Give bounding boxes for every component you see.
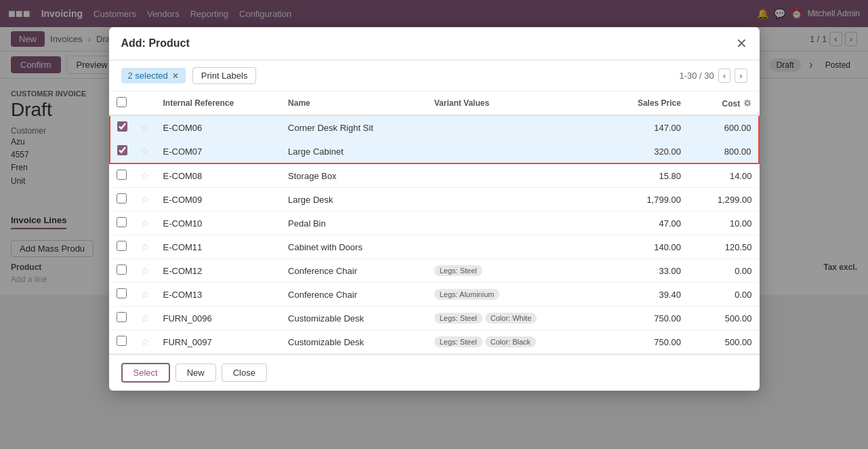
row-checkbox-cell bbox=[110, 235, 134, 259]
table-row[interactable]: ☆ E-COM13 Conference Chair Legs: Alumini… bbox=[110, 283, 759, 307]
row-star-cell: ☆ bbox=[134, 330, 157, 354]
row-cost: 500.00 bbox=[688, 330, 759, 354]
table-row[interactable]: ☆ FURN_0097 Customizable Desk Legs: Stee… bbox=[110, 330, 759, 354]
row-checkbox[interactable] bbox=[117, 265, 127, 275]
close-modal-button[interactable]: Close bbox=[222, 364, 267, 382]
star-icon[interactable]: ☆ bbox=[141, 241, 150, 252]
modal-close-button[interactable]: ✕ bbox=[736, 37, 747, 50]
row-variants: Legs: SteelColor: Black bbox=[428, 330, 604, 354]
row-internal-ref: E-COM06 bbox=[157, 115, 282, 140]
variant-tag: Legs: Aluminium bbox=[434, 289, 500, 300]
table-row[interactable]: ☆ E-COM11 Cabinet with Doors 140.00 120.… bbox=[110, 235, 759, 259]
selected-badge: 2 selected ✕ bbox=[121, 68, 186, 83]
modal-body: Internal Reference Name Variant Values S… bbox=[109, 92, 760, 354]
table-row[interactable]: ☆ E-COM08 Storage Box 15.80 14.00 bbox=[110, 163, 759, 188]
variant-tag: Legs: Steel bbox=[434, 313, 482, 324]
star-icon[interactable]: ☆ bbox=[141, 289, 150, 300]
row-sales-price: 47.00 bbox=[604, 212, 688, 235]
row-cost: 800.00 bbox=[688, 140, 759, 164]
variant-tag: Color: Black bbox=[485, 336, 536, 347]
row-variants bbox=[428, 163, 604, 188]
row-internal-ref: E-COM09 bbox=[157, 188, 282, 212]
table-row[interactable]: ☆ E-COM06 Corner Desk Right Sit 147.00 6… bbox=[110, 115, 759, 140]
row-star-cell: ☆ bbox=[134, 140, 157, 164]
row-checkbox[interactable] bbox=[117, 170, 127, 180]
product-table: Internal Reference Name Variant Values S… bbox=[109, 92, 760, 354]
star-icon[interactable]: ☆ bbox=[141, 146, 150, 157]
print-labels-button[interactable]: Print Labels bbox=[192, 67, 257, 84]
row-sales-price: 147.00 bbox=[604, 115, 688, 140]
select-button[interactable]: Select bbox=[121, 363, 170, 383]
toolbar-pagination: 1-30 / 30 ‹ › bbox=[679, 69, 747, 83]
col-name: Name bbox=[281, 92, 428, 115]
row-sales-price: 33.00 bbox=[604, 259, 688, 283]
table-header: Internal Reference Name Variant Values S… bbox=[110, 92, 759, 115]
table-row[interactable]: ☆ E-COM09 Large Desk 1,799.00 1,299.00 bbox=[110, 188, 759, 212]
row-name: Large Desk bbox=[281, 188, 428, 212]
row-internal-ref: E-COM13 bbox=[157, 283, 282, 307]
row-checkbox[interactable] bbox=[117, 145, 127, 155]
row-name: Corner Desk Right Sit bbox=[281, 115, 428, 140]
star-icon[interactable]: ☆ bbox=[141, 122, 150, 133]
row-star-cell: ☆ bbox=[134, 212, 157, 235]
row-checkbox-cell bbox=[110, 259, 134, 283]
row-variants bbox=[428, 235, 604, 259]
row-checkbox-cell bbox=[110, 212, 134, 235]
star-icon[interactable]: ☆ bbox=[141, 336, 150, 347]
star-icon[interactable]: ☆ bbox=[141, 313, 150, 324]
star-icon[interactable]: ☆ bbox=[141, 265, 150, 276]
col-star bbox=[134, 92, 157, 115]
row-checkbox-cell bbox=[110, 163, 134, 188]
row-cost: 120.50 bbox=[688, 235, 759, 259]
row-sales-price: 140.00 bbox=[604, 235, 688, 259]
modal-next-btn[interactable]: › bbox=[735, 69, 747, 83]
row-sales-price: 1,799.00 bbox=[604, 188, 688, 212]
row-name: Customizable Desk bbox=[281, 330, 428, 354]
col-checkbox-all bbox=[110, 92, 134, 115]
row-checkbox[interactable] bbox=[117, 217, 127, 227]
variant-tag: Color: White bbox=[485, 313, 537, 324]
row-name: Large Cabinet bbox=[281, 140, 428, 164]
table-row[interactable]: ☆ E-COM12 Conference Chair Legs: Steel 3… bbox=[110, 259, 759, 283]
modal-prev-btn[interactable]: ‹ bbox=[718, 69, 730, 83]
row-star-cell: ☆ bbox=[134, 259, 157, 283]
row-star-cell: ☆ bbox=[134, 283, 157, 307]
table-row[interactable]: ☆ FURN_0096 Customizable Desk Legs: Stee… bbox=[110, 307, 759, 330]
row-checkbox[interactable] bbox=[117, 312, 127, 322]
row-checkbox[interactable] bbox=[117, 193, 127, 203]
row-checkbox-cell bbox=[110, 188, 134, 212]
row-cost: 0.00 bbox=[688, 259, 759, 283]
row-name: Customizable Desk bbox=[281, 307, 428, 330]
row-star-cell: ☆ bbox=[134, 163, 157, 188]
selected-count: 2 selected bbox=[128, 71, 168, 81]
row-star-cell: ☆ bbox=[134, 235, 157, 259]
star-icon[interactable]: ☆ bbox=[141, 170, 150, 181]
row-checkbox-cell bbox=[110, 307, 134, 330]
select-all-checkbox[interactable] bbox=[117, 97, 127, 107]
row-checkbox-cell bbox=[110, 115, 134, 140]
row-checkbox[interactable] bbox=[117, 336, 127, 346]
row-variants bbox=[428, 212, 604, 235]
row-checkbox[interactable] bbox=[117, 288, 127, 298]
col-filter-icon[interactable]: ⛭ bbox=[743, 98, 752, 109]
row-cost: 14.00 bbox=[688, 163, 759, 188]
row-sales-price: 750.00 bbox=[604, 307, 688, 330]
row-variants: Legs: Steel bbox=[428, 259, 604, 283]
row-name: Conference Chair bbox=[281, 283, 428, 307]
row-variants bbox=[428, 188, 604, 212]
clear-selected-icon[interactable]: ✕ bbox=[172, 71, 179, 81]
row-internal-ref: FURN_0097 bbox=[157, 330, 282, 354]
col-internal-ref: Internal Reference bbox=[157, 92, 282, 115]
table-row[interactable]: ☆ E-COM07 Large Cabinet 320.00 800.00 bbox=[110, 140, 759, 164]
modal-toolbar: 2 selected ✕ Print Labels 1-30 / 30 ‹ › bbox=[109, 60, 760, 92]
pagination-count: 1-30 / 30 bbox=[679, 71, 714, 81]
row-checkbox[interactable] bbox=[117, 121, 127, 132]
table-row[interactable]: ☆ E-COM10 Pedal Bin 47.00 10.00 bbox=[110, 212, 759, 235]
row-checkbox[interactable] bbox=[117, 241, 127, 251]
star-icon[interactable]: ☆ bbox=[141, 218, 150, 229]
row-sales-price: 15.80 bbox=[604, 163, 688, 188]
modal-footer: Select New Close bbox=[109, 354, 760, 391]
row-name: Storage Box bbox=[281, 163, 428, 188]
new-modal-button[interactable]: New bbox=[175, 364, 216, 382]
star-icon[interactable]: ☆ bbox=[141, 194, 150, 205]
